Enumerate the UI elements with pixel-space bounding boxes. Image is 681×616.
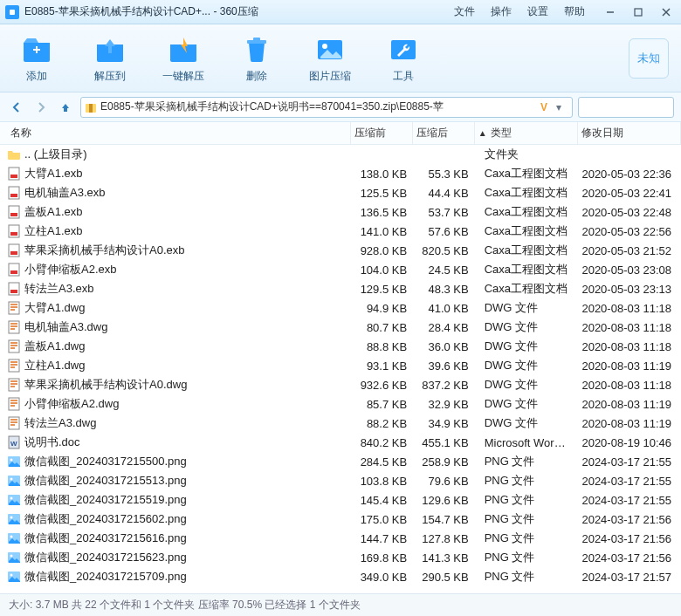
column-name[interactable]: 名称 (7, 122, 351, 144)
file-row[interactable]: 小臂伸缩板A2.dwg85.7 KB32.9 KBDWG 文件2020-08-0… (0, 394, 681, 414)
file-row[interactable]: 微信截图_20240317215602.png175.0 KB154.7 KBP… (0, 510, 681, 529)
minimize-button[interactable] (601, 4, 620, 20)
file-date: 2024-03-17 21:55 (578, 494, 681, 507)
back-button[interactable] (7, 98, 26, 117)
file-size-after: 129.6 KB (414, 494, 476, 507)
file-name: 盖板A1.dwg (24, 339, 353, 354)
file-row[interactable]: 苹果采摘机械手结构设计A0.exb928.0 KB820.5 KBCaxa工程图… (0, 241, 681, 260)
file-icon (7, 455, 21, 469)
file-date: 2024-03-17 21:55 (578, 455, 681, 469)
file-name: 苹果采摘机械手结构设计A0.exb (24, 243, 353, 258)
file-row[interactable]: 电机轴盖A3.exb125.5 KB44.4 KBCaxa工程图文档2020-0… (0, 183, 681, 202)
file-icon (7, 570, 21, 584)
svg-rect-18 (10, 175, 17, 178)
file-name: 大臂A1.exb (24, 166, 353, 181)
menu-operate[interactable]: 操作 (491, 4, 512, 19)
column-size-before[interactable]: 压缩前 (351, 122, 413, 144)
file-row[interactable]: 电机轴盖A3.dwg80.7 KB28.4 KBDWG 文件2020-08-03… (0, 318, 681, 337)
file-name: 说明书.doc (24, 435, 353, 450)
file-date: 2024-03-17 21:56 (578, 551, 681, 565)
menu-help[interactable]: 帮助 (564, 4, 585, 19)
file-row[interactable]: 转法兰A3.exb129.5 KB48.3 KBCaxa工程图文档2020-05… (0, 279, 681, 298)
file-icon (7, 359, 21, 373)
parent-folder-row[interactable]: .. (上级目录) 文件夹 (0, 145, 681, 164)
file-type: Caxa工程图文档 (476, 281, 579, 297)
menu-settings[interactable]: 设置 (527, 4, 548, 19)
file-row[interactable]: 立柱A1.dwg93.1 KB39.6 KBDWG 文件2020-08-03 1… (0, 356, 681, 375)
file-row[interactable]: W说明书.doc840.2 KB455.1 KBMicrosoft Word .… (0, 433, 681, 452)
file-date: 2020-08-19 10:46 (578, 436, 681, 449)
close-button[interactable] (657, 4, 676, 20)
oneclick-label: 一键解压 (162, 69, 204, 84)
file-row[interactable]: 微信截图_20240317215623.png169.8 KB141.3 KBP… (0, 548, 681, 567)
file-icon (7, 282, 21, 296)
file-size-after: 48.3 KB (414, 283, 476, 296)
file-row[interactable]: 微信截图_20240317215500.png284.5 KB258.9 KBP… (0, 452, 681, 471)
image-compress-button[interactable]: 图片压缩 (306, 32, 354, 84)
file-row[interactable]: 苹果采摘机械手结构设计A0.dwg932.6 KB837.2 KBDWG 文件2… (0, 375, 681, 394)
file-type: PNG 文件 (476, 473, 579, 489)
svg-rect-31 (9, 302, 19, 314)
maximize-button[interactable] (629, 4, 648, 20)
window-title: E0885-苹果采摘机械手结构设计CAD+... - 360压缩 (24, 4, 258, 19)
file-row[interactable]: 大臂A1.exb138.0 KB55.3 KBCaxa工程图文档2020-05-… (0, 164, 681, 183)
file-icon (7, 320, 21, 334)
file-row[interactable]: 微信截图_20240317215616.png144.7 KB127.8 KBP… (0, 529, 681, 548)
file-date: 2020-05-03 22:48 (578, 206, 681, 219)
svg-rect-24 (10, 232, 17, 236)
file-size-after: 24.5 KB (414, 264, 476, 277)
title-bar: E0885-苹果采摘机械手结构设计CAD+... - 360压缩 文件 操作 设… (0, 0, 681, 24)
window-controls (601, 4, 676, 20)
file-name: 微信截图_20240317215519.png (24, 492, 353, 508)
file-row[interactable]: 盖板A1.dwg88.8 KB36.0 KBDWG 文件2020-08-03 1… (0, 337, 681, 356)
oneclick-extract-button[interactable]: 一键解压 (159, 32, 208, 84)
file-size-before: 145.4 KB (353, 494, 415, 507)
file-icon (7, 263, 21, 277)
file-name: 微信截图_20240317215513.png (24, 473, 353, 489)
column-date[interactable]: 修改日期 (578, 122, 681, 144)
file-date: 2020-08-03 11:18 (578, 302, 681, 315)
column-size-after[interactable]: 压缩后 (413, 122, 475, 144)
file-icon (7, 397, 21, 411)
search-input[interactable] (582, 101, 681, 113)
unknown-badge[interactable]: 未知 (629, 38, 669, 79)
file-date: 2020-05-03 23:08 (578, 264, 681, 277)
file-icon (7, 224, 21, 238)
forward-button[interactable] (31, 98, 51, 117)
svg-point-50 (10, 536, 13, 538)
file-row[interactable]: 微信截图_20240317215709.png349.0 KB290.5 KBP… (0, 567, 681, 586)
file-row[interactable]: 大臂A1.dwg94.9 KB41.0 KBDWG 文件2020-08-03 1… (0, 298, 681, 318)
tools-button[interactable]: 工具 (379, 32, 428, 84)
column-type[interactable]: ▲类型 (475, 122, 578, 144)
file-size-after: 41.0 KB (414, 302, 476, 315)
file-size-after: 32.9 KB (414, 398, 476, 411)
dropdown-icon[interactable]: ▾ (556, 101, 568, 113)
file-list[interactable]: .. (上级目录) 文件夹 大臂A1.exb138.0 KB55.3 KBCax… (0, 145, 681, 593)
file-row[interactable]: 微信截图_20240317215519.png145.4 KB129.6 KBP… (0, 490, 681, 510)
file-date: 2020-08-03 11:19 (578, 417, 681, 430)
file-icon: W (7, 435, 21, 449)
svg-rect-37 (9, 417, 19, 429)
file-size-before: 144.7 KB (353, 532, 415, 545)
file-date: 2024-03-17 21:56 (578, 513, 681, 526)
file-date: 2020-05-03 22:36 (578, 168, 681, 181)
search-box[interactable] (578, 97, 674, 118)
file-name: 盖板A1.exb (24, 204, 353, 220)
path-input[interactable]: E0885-苹果采摘机械手结构设计CAD+说明书==870041=350.zip… (80, 97, 573, 118)
delete-button[interactable]: 删除 (232, 32, 281, 84)
svg-rect-3 (635, 9, 642, 16)
status-bar: 大小: 3.7 MB 共 22 个文件和 1 个文件夹 压缩率 70.5% 已经… (0, 593, 681, 616)
file-row[interactable]: 立柱A1.exb141.0 KB57.6 KBCaxa工程图文档2020-05-… (0, 222, 681, 241)
file-row[interactable]: 盖板A1.exb136.5 KB53.7 KBCaxa工程图文档2020-05-… (0, 202, 681, 222)
svg-point-42 (10, 459, 13, 462)
file-row[interactable]: 小臂伸缩板A2.exb104.0 KB24.5 KBCaxa工程图文档2020-… (0, 260, 681, 279)
file-size-after: 57.6 KB (414, 225, 476, 238)
add-button[interactable]: 添加 (12, 32, 61, 84)
extract-button[interactable]: 解压到 (86, 32, 134, 84)
trash-icon (239, 32, 274, 65)
file-size-before: 169.8 KB (353, 551, 415, 565)
up-button[interactable] (56, 98, 75, 117)
file-row[interactable]: 转法兰A3.dwg88.2 KB34.9 KBDWG 文件2020-08-03 … (0, 414, 681, 433)
file-row[interactable]: 微信截图_20240317215513.png103.8 KB79.6 KBPN… (0, 471, 681, 490)
menu-file[interactable]: 文件 (454, 4, 475, 19)
